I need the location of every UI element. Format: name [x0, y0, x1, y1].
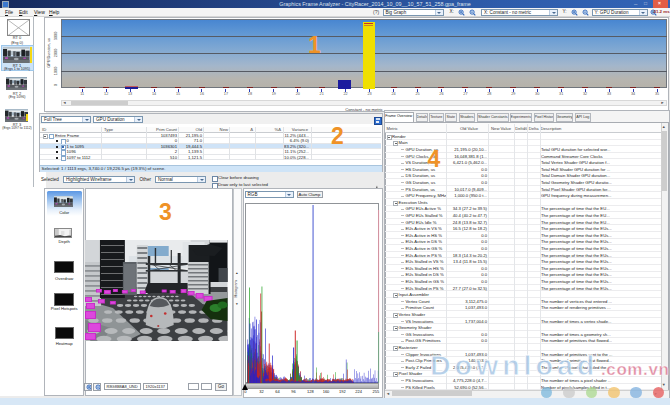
svg-text:.com.vn: .com.vn [601, 360, 669, 379]
svg-text:Download: Download [430, 349, 598, 381]
